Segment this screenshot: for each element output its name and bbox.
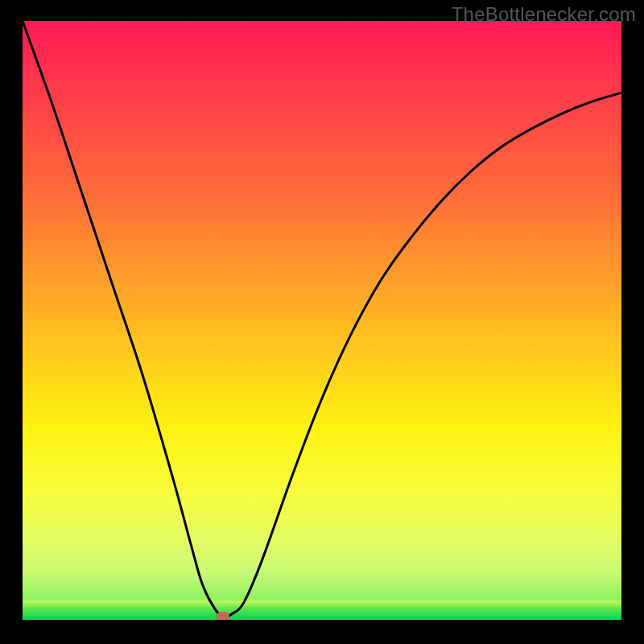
optimum-marker [217, 612, 229, 620]
brand-watermark: TheBottlenecker.com [452, 3, 636, 26]
plot-area [23, 21, 621, 620]
bottleneck-curve-path [23, 21, 621, 617]
bottleneck-curve [23, 21, 621, 620]
chart-frame: TheBottlenecker.com [0, 0, 644, 644]
